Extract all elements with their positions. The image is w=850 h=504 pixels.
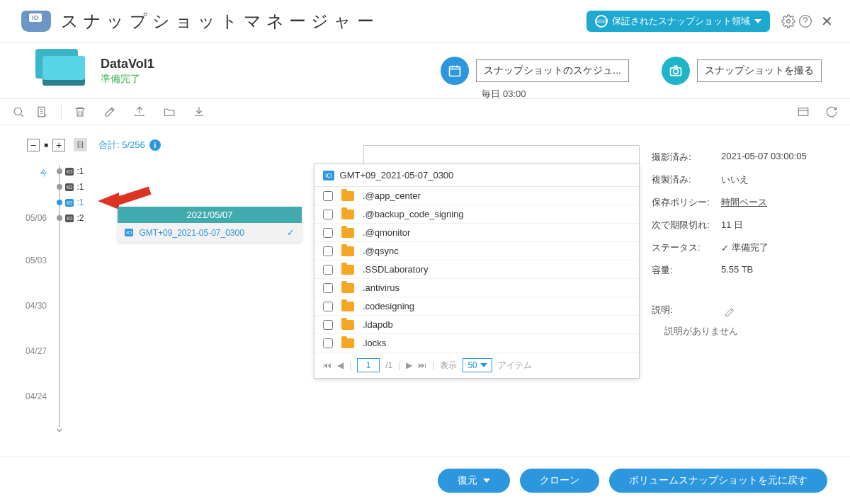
file-panel-behind — [363, 145, 640, 165]
row-checkbox[interactable] — [323, 228, 333, 238]
refresh-button[interactable] — [823, 103, 840, 120]
timeline: − ■ + 日 合計: 5/256 i 今 IO:1 IO:1 IO:1 IO:… — [0, 125, 312, 472]
volume-icon — [42, 56, 85, 86]
check-icon: ✓ — [721, 243, 729, 253]
guaranteed-space-dropdown[interactable]: 保証されたスナップショット領域 — [586, 11, 770, 32]
row-checkbox[interactable] — [323, 283, 333, 293]
row-checkbox[interactable] — [323, 246, 333, 256]
timeline-row[interactable]: IO:1 — [57, 197, 84, 207]
take-snapshot-button[interactable]: スナップショットを撮る — [697, 59, 822, 82]
row-checkbox[interactable] — [323, 302, 333, 311]
row-checkbox[interactable] — [323, 191, 333, 201]
camera-icon: IO — [125, 229, 133, 236]
today-pill[interactable]: 日 — [74, 138, 87, 151]
timeline-row[interactable]: IO:1 — [57, 166, 84, 176]
prev-page-icon[interactable]: ◀ — [337, 360, 344, 370]
volume-status: 準備完了 — [101, 73, 154, 86]
ruler-button[interactable] — [34, 103, 51, 120]
last-page-icon[interactable]: ⏭ — [418, 360, 426, 370]
breadcrumb[interactable]: IO GMT+09_2021-05-07_0300 — [314, 164, 639, 187]
edit-desc-button[interactable] — [721, 304, 738, 321]
close-button[interactable]: ✕ — [821, 13, 833, 30]
folder-row[interactable]: .antivirus — [314, 279, 639, 297]
folder-icon — [341, 246, 354, 256]
restore-button[interactable]: 復元 — [438, 469, 510, 493]
delete-button[interactable] — [72, 103, 89, 120]
volume-header: DataVol1 準備完了 スナップショットのスケジュ... 毎日 03:00 … — [0, 43, 850, 99]
timeline-date: 04/27 — [26, 346, 47, 356]
next-page-icon[interactable]: ▶ — [406, 360, 412, 370]
timeline-row[interactable]: IO:2 — [57, 213, 84, 223]
settings-button[interactable] — [780, 13, 797, 30]
folder-name: .ldapdb — [363, 319, 393, 330]
folder-row[interactable]: .@backup_code_signing — [314, 205, 639, 224]
footer: 復元 クローン ボリュームスナップショットを元に戻す — [0, 457, 850, 504]
first-page-icon[interactable]: ⏮ — [323, 360, 332, 370]
folder-name: .@app_center — [363, 190, 421, 201]
toolbar — [0, 99, 850, 125]
guaranteed-space-label: 保証されたスナップショット領域 — [612, 15, 750, 28]
page-input[interactable]: 1 — [357, 358, 380, 372]
description-text: 説明がありません — [652, 325, 829, 338]
app-title: スナップショットマネージャー — [61, 10, 379, 33]
titlebar: スナップショットマネージャー 保証されたスナップショット領域 ✕ — [0, 0, 850, 43]
chevron-down-icon — [754, 19, 761, 23]
folder-row[interactable]: .SSDLaboratory — [314, 260, 639, 279]
timeline-date: 05/06 — [26, 213, 47, 223]
folder-icon — [341, 320, 354, 330]
now-label: 今 — [40, 168, 47, 178]
export-button[interactable] — [131, 103, 148, 120]
popup-snapshot-row[interactable]: IO GMT+09_2021-05-07_0300 ✓ — [118, 223, 302, 242]
folder-row[interactable]: .ldapdb — [314, 316, 639, 334]
expand-button[interactable]: + — [52, 139, 65, 151]
row-checkbox[interactable] — [323, 320, 333, 330]
folder-row[interactable]: .@qsync — [314, 242, 639, 260]
pager: ⏮ ◀ | 1 /1 | ▶ ⏭ | 表示 50 アイテム — [314, 353, 639, 378]
row-checkbox[interactable] — [323, 338, 333, 348]
per-page-select[interactable]: 50 — [463, 358, 492, 372]
folder-row[interactable]: .@app_center — [314, 187, 639, 205]
folder-icon — [341, 210, 354, 219]
collapse-button[interactable]: − — [27, 139, 40, 151]
folder-name: .codesigning — [363, 301, 414, 311]
folder-icon — [341, 265, 354, 275]
timeline-date: 04/30 — [26, 301, 47, 311]
import-button[interactable] — [191, 103, 208, 120]
info-icon[interactable]: i — [149, 139, 161, 151]
folder-row[interactable]: .codesigning — [314, 297, 639, 316]
clone-button[interactable]: クローン — [520, 469, 599, 493]
chevron-down-icon — [483, 479, 490, 483]
total-count: 合計: 5/256 — [98, 139, 145, 151]
folder-name: .@qsync — [363, 246, 399, 256]
row-checkbox[interactable] — [323, 265, 333, 275]
per-page-label: 表示 — [440, 360, 457, 372]
popup-date: 2021/05/07 — [118, 207, 302, 223]
folder-row[interactable]: .@qmonitor — [314, 224, 639, 242]
timeline-date: 05/03 — [26, 256, 47, 265]
policy-link[interactable]: 時間ベース — [721, 196, 829, 209]
file-panel: IO GMT+09_2021-05-07_0300 .@app_center.@… — [314, 164, 640, 379]
schedule-button[interactable]: スナップショットのスケジュ... — [476, 59, 629, 82]
chevron-down-icon[interactable] — [55, 425, 64, 435]
row-checkbox[interactable] — [323, 210, 333, 219]
svg-point-4 — [674, 69, 679, 74]
take-snapshot-icon[interactable] — [662, 57, 690, 85]
snapshot-popup: 2021/05/07 IO GMT+09_2021-05-07_0300 ✓ — [118, 207, 302, 242]
help-button[interactable] — [797, 13, 814, 30]
folder-button[interactable] — [161, 103, 178, 120]
folder-name: .@backup_code_signing — [363, 209, 464, 219]
folder-row[interactable]: .locks — [314, 334, 639, 353]
edit-button[interactable] — [101, 103, 118, 120]
revert-button[interactable]: ボリュームスナップショットを元に戻す — [609, 469, 827, 493]
camera-icon: IO — [323, 171, 334, 181]
items-label: アイテム — [498, 360, 532, 372]
timeline-date: 04/24 — [26, 391, 47, 401]
svg-point-5 — [14, 108, 22, 115]
schedule-icon[interactable] — [441, 57, 469, 85]
folder-icon — [341, 228, 354, 238]
view-toggle-button[interactable] — [795, 103, 812, 120]
timeline-row[interactable]: IO:1 — [57, 182, 84, 192]
search-button[interactable] — [10, 103, 27, 120]
folder-name: .SSDLaboratory — [363, 264, 429, 275]
folder-icon — [341, 338, 354, 348]
